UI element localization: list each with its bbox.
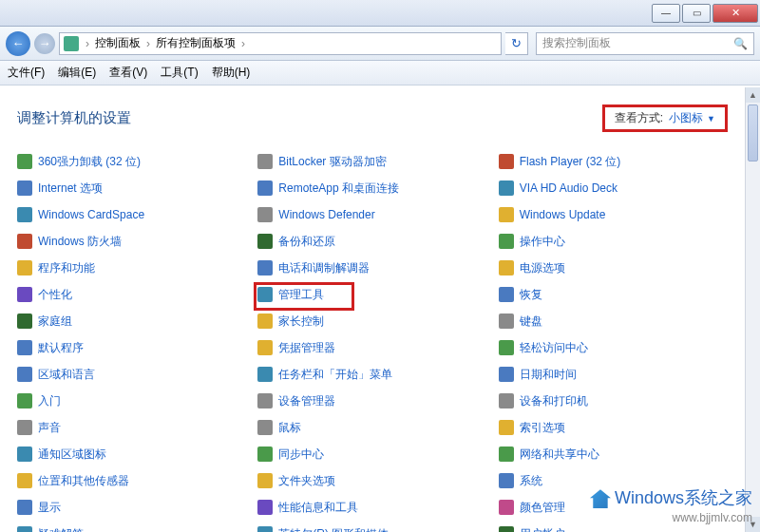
control-panel-item[interactable]: 默认程序 [17, 339, 246, 356]
item-link[interactable]: 家长控制 [278, 314, 324, 330]
control-panel-item[interactable]: 网络和共享中心 [499, 446, 728, 463]
menu-edit[interactable]: 编辑(E) [58, 65, 96, 81]
control-panel-item[interactable]: 设备管理器 [257, 392, 486, 409]
item-link[interactable]: 恢复 [520, 287, 542, 303]
control-panel-item[interactable]: 性能信息和工具 [257, 499, 486, 516]
item-link[interactable]: VIA HD Audio Deck [520, 181, 618, 195]
item-link[interactable]: 显示 [38, 500, 61, 516]
item-link[interactable]: 360强力卸载 (32 位) [38, 154, 141, 170]
item-link[interactable]: 操作中心 [520, 234, 565, 250]
scroll-up-icon[interactable]: ▲ [746, 87, 760, 103]
control-panel-item[interactable]: Windows Update [499, 206, 728, 223]
control-panel-item[interactable]: 凭据管理器 [257, 339, 486, 356]
item-link[interactable]: 区域和语言 [38, 367, 95, 383]
item-link[interactable]: RemoteApp 和桌面连接 [278, 180, 399, 197]
item-link[interactable]: 索引选项 [520, 420, 565, 436]
control-panel-item[interactable]: 用户帐户 [499, 525, 728, 532]
scrollbar[interactable]: ▲ ▼ [745, 87, 760, 532]
item-link[interactable]: Flash Player (32 位) [520, 154, 621, 170]
search-input[interactable]: 搜索控制面板 🔍 [536, 32, 754, 55]
control-panel-item[interactable]: 鼠标 [257, 419, 486, 436]
maximize-button[interactable]: ▭ [682, 4, 711, 23]
view-by-selector[interactable]: 查看方式: 小图标 ▼ [602, 104, 728, 132]
control-panel-item[interactable]: 操作中心 [499, 233, 728, 250]
control-panel-item[interactable]: Windows Defender [257, 206, 486, 223]
control-panel-item[interactable]: 电话和调制解调器 [257, 259, 486, 276]
control-panel-item[interactable]: BitLocker 驱动器加密 [257, 153, 486, 170]
item-link[interactable]: 位置和其他传感器 [38, 473, 129, 489]
breadcrumb-item2[interactable]: 所有控制面板项 [153, 35, 238, 51]
item-link[interactable]: 轻松访问中心 [520, 340, 588, 356]
item-link[interactable]: 用户帐户 [520, 526, 565, 533]
item-link[interactable]: 设备和打印机 [520, 393, 588, 409]
item-link[interactable]: 电源选项 [520, 260, 565, 276]
item-link[interactable]: 疑难解答 [38, 526, 84, 533]
item-link[interactable]: 管理工具 [278, 287, 324, 303]
menu-file[interactable]: 文件(F) [8, 65, 45, 81]
back-button[interactable]: ← [6, 31, 30, 56]
item-link[interactable]: 日期和时间 [520, 367, 577, 383]
minimize-button[interactable]: — [652, 4, 680, 23]
item-link[interactable]: 同步中心 [278, 446, 324, 463]
item-link[interactable]: 设备管理器 [278, 393, 335, 409]
control-panel-item[interactable]: 360强力卸载 (32 位) [17, 153, 246, 170]
control-panel-item[interactable]: RemoteApp 和桌面连接 [257, 180, 486, 197]
item-link[interactable]: BitLocker 驱动器加密 [278, 154, 386, 170]
control-panel-item[interactable]: 入门 [17, 392, 246, 409]
menu-tools[interactable]: 工具(T) [161, 65, 198, 81]
item-link[interactable]: Windows Update [520, 208, 606, 221]
control-panel-item[interactable]: 管理工具 [257, 286, 486, 303]
control-panel-item[interactable]: 个性化 [17, 286, 246, 303]
item-link[interactable]: 文件夹选项 [278, 473, 335, 489]
control-panel-item[interactable]: 显示 [17, 499, 246, 516]
item-link[interactable]: 个性化 [38, 287, 72, 303]
item-link[interactable]: 程序和功能 [38, 260, 95, 276]
item-link[interactable]: 电话和调制解调器 [278, 260, 370, 276]
control-panel-item[interactable]: Flash Player (32 位) [499, 153, 728, 170]
item-link[interactable]: 英特尔(R) 图形和媒体 [278, 526, 389, 533]
item-link[interactable]: 键盘 [520, 314, 542, 330]
menu-view[interactable]: 查看(V) [109, 65, 147, 81]
control-panel-item[interactable]: 通知区域图标 [17, 446, 246, 463]
control-panel-item[interactable]: 任务栏和「开始」菜单 [257, 366, 486, 383]
control-panel-item[interactable]: 恢复 [499, 286, 728, 303]
item-link[interactable]: 默认程序 [38, 340, 84, 356]
item-link[interactable]: 颜色管理 [520, 500, 565, 516]
scroll-thumb[interactable] [748, 104, 758, 162]
item-link[interactable]: 系统 [520, 473, 542, 489]
control-panel-item[interactable]: Internet 选项 [17, 180, 246, 197]
control-panel-item[interactable]: 英特尔(R) 图形和媒体 [257, 525, 486, 532]
item-link[interactable]: Windows 防火墙 [38, 234, 122, 250]
breadcrumb-item1[interactable]: 控制面板 [92, 35, 143, 51]
item-link[interactable]: Internet 选项 [38, 180, 103, 197]
control-panel-item[interactable]: 日期和时间 [499, 366, 728, 383]
control-panel-item[interactable]: 区域和语言 [17, 366, 246, 383]
control-panel-item[interactable]: 轻松访问中心 [499, 339, 728, 356]
control-panel-item[interactable]: 同步中心 [257, 446, 486, 463]
item-link[interactable]: 通知区域图标 [38, 446, 106, 463]
refresh-button[interactable]: ↻ [505, 32, 528, 55]
item-link[interactable]: 鼠标 [278, 420, 301, 436]
control-panel-item[interactable]: Windows 防火墙 [17, 233, 246, 250]
control-panel-item[interactable]: 设备和打印机 [499, 392, 728, 409]
item-link[interactable]: Windows CardSpace [38, 208, 144, 221]
item-link[interactable]: 凭据管理器 [278, 340, 335, 356]
control-panel-item[interactable]: 家庭组 [17, 313, 246, 330]
breadcrumb[interactable]: › 控制面板 › 所有控制面板项 › [59, 32, 502, 55]
menu-help[interactable]: 帮助(H) [212, 65, 251, 81]
item-link[interactable]: 网络和共享中心 [520, 446, 599, 463]
control-panel-item[interactable]: Windows CardSpace [17, 206, 246, 223]
control-panel-item[interactable]: VIA HD Audio Deck [499, 180, 728, 197]
control-panel-item[interactable]: 键盘 [499, 313, 728, 330]
control-panel-item[interactable]: 文件夹选项 [257, 472, 486, 489]
item-link[interactable]: 备份和还原 [278, 234, 335, 250]
control-panel-item[interactable]: 备份和还原 [257, 233, 486, 250]
control-panel-item[interactable]: 声音 [17, 419, 246, 436]
item-link[interactable]: Windows Defender [278, 208, 374, 221]
close-button[interactable]: ✕ [712, 4, 758, 23]
control-panel-item[interactable]: 疑难解答 [17, 525, 246, 532]
control-panel-item[interactable]: 索引选项 [499, 419, 728, 436]
item-link[interactable]: 入门 [38, 393, 61, 409]
control-panel-item[interactable]: 家长控制 [257, 313, 486, 330]
control-panel-item[interactable]: 电源选项 [499, 259, 728, 276]
